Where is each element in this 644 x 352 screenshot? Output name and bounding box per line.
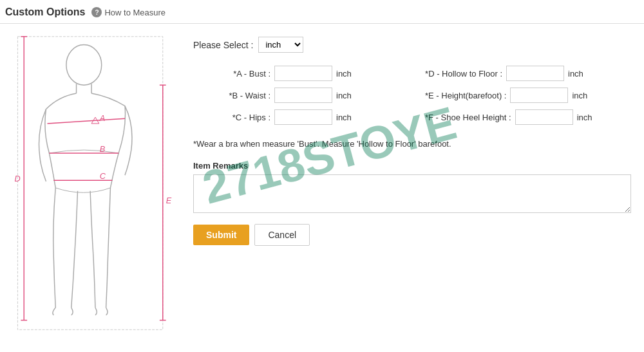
unit-select[interactable]: inch cm <box>258 37 303 53</box>
how-to-measure-label: How to Measure <box>104 8 166 17</box>
bust-input[interactable] <box>274 66 332 81</box>
main-content: A B C D E Please Select : inch cm *A - B… <box>0 24 644 347</box>
shoe-heel-input[interactable] <box>515 109 573 125</box>
waist-row: *B - Waist : inch <box>193 88 406 103</box>
svg-text:E: E <box>166 196 172 205</box>
please-select-row: Please Select : inch cm <box>193 37 638 53</box>
remarks-textarea[interactable] <box>193 174 631 213</box>
height-unit: inch <box>572 91 587 100</box>
bust-row: *A - Bust : inch <box>193 66 406 81</box>
bust-label: *A - Bust : <box>193 69 270 79</box>
hips-label: *C - Hips : <box>193 113 270 122</box>
shoe-heel-unit: inch <box>577 113 592 122</box>
body-figure-svg: A B C D E <box>6 30 180 339</box>
how-to-measure-icon: ? <box>91 7 102 17</box>
svg-point-1 <box>66 45 102 86</box>
waist-input[interactable] <box>274 88 332 103</box>
shoe-heel-label: *F - Shoe Heel Height : <box>425 113 511 122</box>
svg-text:B: B <box>100 144 106 154</box>
hollow-to-floor-row: *D - Hollow to Floor : inch <box>425 66 638 81</box>
page-title: Custom Options <box>5 6 85 18</box>
please-select-label: Please Select : <box>193 40 253 50</box>
header-bar: Custom Options ? How to Measure <box>0 0 644 24</box>
height-input[interactable] <box>510 88 568 103</box>
hips-input[interactable] <box>274 109 332 125</box>
svg-rect-0 <box>17 37 162 330</box>
hollow-to-floor-input[interactable] <box>506 66 564 81</box>
waist-label: *B - Waist : <box>193 91 270 100</box>
bust-unit: inch <box>336 69 352 79</box>
button-row: Submit Cancel <box>193 224 638 246</box>
measurements-grid: *A - Bust : inch *D - Hollow to Floor : … <box>193 66 638 125</box>
hollow-to-floor-label: *D - Hollow to Floor : <box>425 69 502 79</box>
hollow-to-floor-unit: inch <box>568 69 583 79</box>
svg-text:D: D <box>15 174 21 183</box>
svg-line-4 <box>47 118 124 124</box>
how-to-measure-link[interactable]: ? How to Measure <box>91 7 166 17</box>
form-area: Please Select : inch cm *A - Bust : inch… <box>193 30 638 341</box>
cancel-button[interactable]: Cancel <box>254 224 310 246</box>
svg-text:C: C <box>100 171 106 181</box>
note-text: *Wear a bra when measure 'Bust'. Measure… <box>193 138 638 151</box>
waist-unit: inch <box>336 91 352 100</box>
hips-row: *C - Hips : inch <box>193 109 406 125</box>
hips-unit: inch <box>336 113 352 122</box>
submit-button[interactable]: Submit <box>193 225 249 245</box>
svg-text:A: A <box>99 113 105 123</box>
height-row: *E - Height(barefoot) : inch <box>425 88 638 103</box>
item-remarks-label: Item Remarks <box>193 161 638 171</box>
shoe-heel-row: *F - Shoe Heel Height : inch <box>425 109 638 125</box>
height-label: *E - Height(barefoot) : <box>425 91 506 100</box>
figure-area: A B C D E <box>6 30 180 341</box>
